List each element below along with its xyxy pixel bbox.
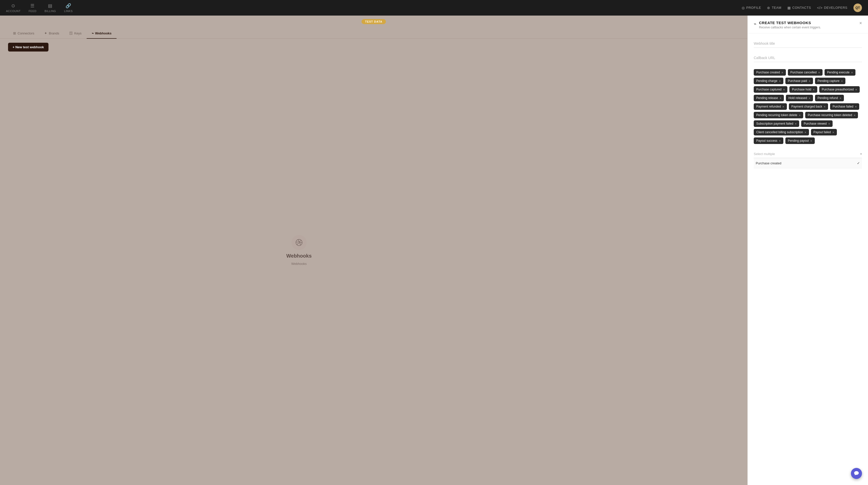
chat-bubble[interactable] — [851, 468, 862, 479]
tag-purchase-preauthorized[interactable]: Purchase preauthorized× — [819, 86, 860, 93]
right-panel: ⌁ CREATE TEST WEBHOOKS Receive callbacks… — [747, 16, 868, 485]
content-area: TEST DATA ⊞ Connectors ✦ Brands ⚿ Keys ⌁… — [0, 16, 747, 485]
tag-purchase-hold[interactable]: Purchase hold× — [789, 86, 817, 93]
tag-close-icon[interactable]: × — [779, 80, 781, 83]
tag-purchase-cancelled[interactable]: Purchase cancelled× — [788, 69, 823, 75]
nav-right: ◎ PROFILE ⊛ TEAM ▦ CONTACTS </> DEVELOPE… — [742, 3, 862, 12]
tag-pending-capture[interactable]: Pending capture× — [815, 78, 845, 84]
panel-webhook-icon: ⌁ — [754, 21, 756, 27]
tab-brands[interactable]: ✦ Brands — [39, 28, 64, 39]
tag-purchase-paid[interactable]: Purchase paid× — [785, 78, 813, 84]
nav-team[interactable]: ⊛ TEAM — [767, 6, 781, 10]
tab-keys[interactable]: ⚿ Keys — [64, 28, 87, 39]
tag-payout-success[interactable]: Payout success× — [754, 138, 783, 144]
dropdown-item-purchase-created[interactable]: Purchase created ✓ — [754, 158, 862, 169]
nav-item-links[interactable]: 🔗 LINKS — [64, 3, 72, 12]
webhook-title-field — [754, 39, 862, 48]
empty-title: Webhooks — [286, 253, 312, 259]
tag-payment-refunded[interactable]: Payment refunded× — [754, 103, 787, 110]
tag-close-icon[interactable]: × — [828, 122, 830, 125]
developers-icon: </> — [817, 6, 823, 10]
tag-close-icon[interactable]: × — [813, 88, 815, 91]
nav-contacts[interactable]: ▦ CONTACTS — [787, 6, 811, 10]
empty-subtitle: Webhooks — [291, 262, 307, 266]
tag-close-icon[interactable]: × — [779, 139, 781, 143]
tag-close-icon[interactable]: × — [851, 71, 853, 74]
tag-purchase-captured[interactable]: Purchase captured× — [754, 86, 787, 93]
tag-close-icon[interactable]: × — [782, 105, 784, 108]
account-icon: ⊙ — [11, 3, 15, 8]
webhook-title-input[interactable] — [754, 39, 862, 48]
test-data-banner: TEST DATA — [362, 19, 386, 24]
profile-icon: ◎ — [742, 6, 745, 10]
close-panel-button[interactable]: × — [859, 21, 862, 26]
tag-close-icon[interactable]: × — [808, 80, 810, 83]
panel-title: CREATE TEST WEBHOOKS — [759, 21, 821, 25]
tag-pending-charge[interactable]: Pending charge× — [754, 78, 783, 84]
contacts-icon: ▦ — [787, 6, 791, 10]
nav-item-account[interactable]: ⊙ ACCOUNT — [6, 3, 21, 12]
tag-purchase-failed[interactable]: Purchase failed× — [830, 103, 859, 110]
tag-close-icon[interactable]: × — [854, 114, 856, 117]
nav-item-feed[interactable]: ☰ FEED — [29, 3, 36, 12]
nav-developers[interactable]: </> DEVELOPERS — [817, 6, 847, 10]
tag-close-icon[interactable]: × — [804, 131, 806, 134]
top-navigation: ⊙ ACCOUNT ☰ FEED ▤ BILLING 🔗 LINKS ◎ PRO… — [0, 0, 868, 16]
tags-grid: Purchase created×Purchase cancelled×Pend… — [754, 69, 862, 144]
tag-close-icon[interactable]: × — [832, 131, 834, 134]
tag-payment-charged-back[interactable]: Payment charged back× — [789, 103, 828, 110]
tag-close-icon[interactable]: × — [783, 88, 785, 91]
empty-state: Webhooks Webhooks — [286, 235, 312, 266]
tag-payout-failed[interactable]: Payout failed× — [811, 129, 837, 135]
tag-purchase-created[interactable]: Purchase created× — [754, 69, 786, 75]
tag-close-icon[interactable]: × — [855, 105, 857, 108]
tab-webhooks[interactable]: ⌁ Webhooks — [87, 28, 117, 39]
check-icon: ✓ — [857, 161, 860, 165]
callback-url-input[interactable] — [754, 54, 862, 62]
avatar[interactable]: QT — [854, 3, 862, 12]
select-multiple-label[interactable]: Select multiple ▾ — [754, 150, 862, 158]
panel-title-block: CREATE TEST WEBHOOKS Receive callbacks w… — [759, 21, 821, 29]
panel-header-left: ⌁ CREATE TEST WEBHOOKS Receive callbacks… — [754, 21, 821, 29]
connectors-icon: ⊞ — [13, 31, 16, 35]
webhooks-icon: ⌁ — [92, 31, 94, 35]
panel-body: Purchase created×Purchase cancelled×Pend… — [748, 33, 868, 485]
tag-client-cancelled-billing-subscription[interactable]: Client cancelled billing subscription× — [754, 129, 809, 135]
main-layout: TEST DATA ⊞ Connectors ✦ Brands ⚿ Keys ⌁… — [0, 16, 868, 485]
nav-left: ⊙ ACCOUNT ☰ FEED ▤ BILLING 🔗 LINKS — [6, 3, 72, 12]
tag-close-icon[interactable]: × — [781, 71, 783, 74]
tags-section: Purchase created×Purchase cancelled×Pend… — [754, 69, 862, 144]
tag-close-icon[interactable]: × — [799, 114, 801, 117]
tag-close-icon[interactable]: × — [818, 71, 820, 74]
tag-close-icon[interactable]: × — [824, 105, 826, 108]
tag-close-icon[interactable]: × — [810, 139, 812, 143]
tag-close-icon[interactable]: × — [808, 96, 810, 100]
chevron-down-icon: ▾ — [860, 152, 862, 156]
tag-close-icon[interactable]: × — [841, 80, 843, 83]
tag-close-icon[interactable]: × — [855, 88, 857, 91]
feed-icon: ☰ — [30, 3, 35, 8]
panel-subtitle: Receive callbacks when certain event tri… — [759, 26, 821, 29]
nav-item-billing[interactable]: ▤ BILLING — [44, 3, 56, 12]
tag-pending-recurring-token-delete[interactable]: Pending recurring token delete× — [754, 112, 803, 118]
tag-pending-payout[interactable]: Pending payout× — [785, 138, 815, 144]
sub-tabs: ⊞ Connectors ✦ Brands ⚿ Keys ⌁ Webhooks — [0, 28, 747, 39]
tag-pending-refund[interactable]: Pending refund× — [815, 95, 844, 101]
tag-close-icon[interactable]: × — [795, 122, 797, 125]
tag-purchase-recurring-token-deleted[interactable]: Purchase recurring token deleted× — [805, 112, 858, 118]
tag-close-icon[interactable]: × — [839, 96, 841, 100]
new-webhook-button[interactable]: + New test webhook — [8, 43, 49, 52]
tag-close-icon[interactable]: × — [780, 96, 782, 100]
tag-hold-released[interactable]: Hold released× — [786, 95, 813, 101]
select-section: Select multiple ▾ Purchase created ✓ — [754, 150, 862, 169]
billing-icon: ▤ — [48, 3, 53, 8]
tag-pending-release[interactable]: Pending release× — [754, 95, 784, 101]
webhooks-empty-icon — [291, 235, 306, 250]
tag-pending-execute[interactable]: Pending execute× — [825, 69, 856, 75]
panel-header: ⌁ CREATE TEST WEBHOOKS Receive callbacks… — [748, 16, 868, 33]
tab-connectors[interactable]: ⊞ Connectors — [8, 28, 39, 39]
tag-subscription-payment-failed[interactable]: Subscription payment failed× — [754, 120, 799, 127]
tag-purchase-viewed[interactable]: Purchase viewed× — [801, 120, 833, 127]
nav-profile[interactable]: ◎ PROFILE — [742, 6, 761, 10]
links-icon: 🔗 — [66, 3, 71, 8]
